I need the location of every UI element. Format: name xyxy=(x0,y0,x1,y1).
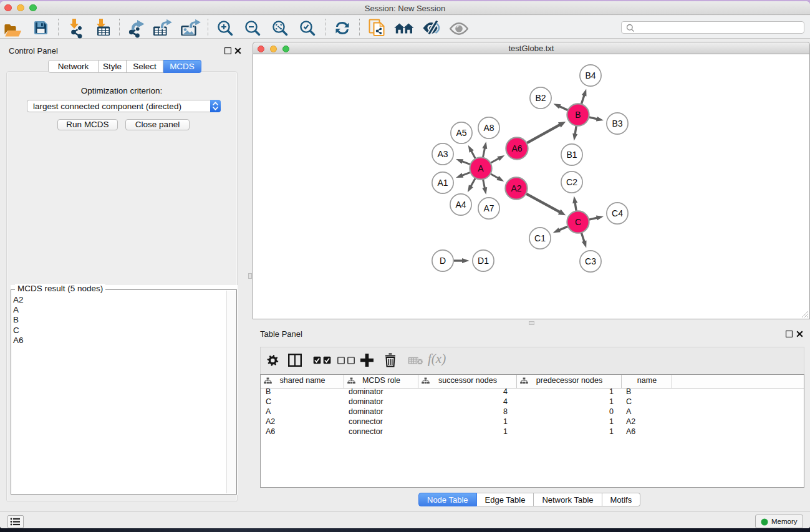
svg-text:A8: A8 xyxy=(483,123,494,133)
svg-text:A1: A1 xyxy=(437,178,448,188)
svg-text:C4: C4 xyxy=(612,208,623,218)
svg-text:D1: D1 xyxy=(478,256,489,266)
svg-text:C3: C3 xyxy=(585,256,596,266)
svg-text:A5: A5 xyxy=(456,128,466,138)
svg-text:A2: A2 xyxy=(511,183,521,193)
svg-text:B2: B2 xyxy=(535,93,546,103)
svg-text:B4: B4 xyxy=(585,70,595,80)
svg-text:C2: C2 xyxy=(566,177,577,187)
svg-text:C1: C1 xyxy=(534,233,546,243)
svg-text:A6: A6 xyxy=(511,143,522,153)
svg-text:B1: B1 xyxy=(566,150,577,160)
svg-text:A3: A3 xyxy=(437,149,448,159)
svg-text:A7: A7 xyxy=(483,203,494,213)
svg-text:C: C xyxy=(575,217,581,227)
svg-text:D: D xyxy=(440,256,446,266)
svg-text:A4: A4 xyxy=(455,200,466,210)
svg-text:B: B xyxy=(575,110,581,120)
svg-text:A: A xyxy=(478,163,484,173)
svg-text:B3: B3 xyxy=(612,118,622,128)
